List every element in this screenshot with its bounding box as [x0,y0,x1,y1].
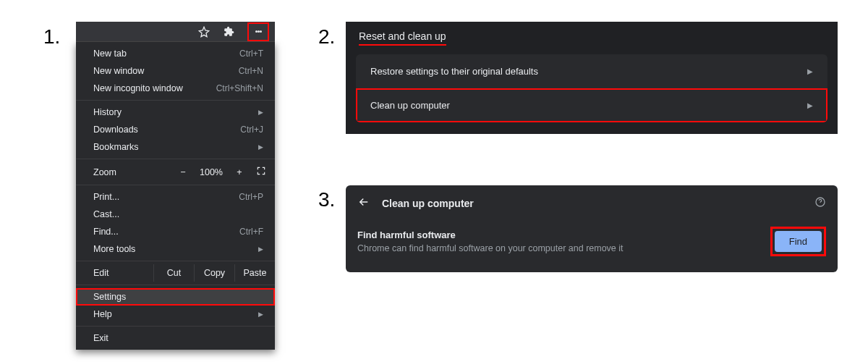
kebab-menu-highlight [247,22,269,41]
chevron-right-icon: ▶ [258,109,263,116]
menu-label: Help [93,309,112,319]
step-1-label: 1. [43,25,60,49]
row-label: Clean up computer [370,100,450,111]
back-arrow-icon[interactable] [357,195,370,211]
cleanup-text: Find harmful software Chrome can find ha… [357,230,624,253]
copy-button[interactable]: Copy [194,264,234,282]
cleanup-computer-panel: Clean up computer Find harmful software … [346,185,838,272]
panel-body: Find harmful software Chrome can find ha… [346,221,838,272]
menu-label: Bookmarks [93,142,139,152]
find-harmful-desc: Chrome can find harmful software on your… [357,243,624,253]
chrome-main-menu: New tab Ctrl+T New window Ctrl+N New inc… [76,42,275,350]
menu-shortcut: Ctrl+Shift+N [216,83,263,93]
menu-shortcut: Ctrl+P [239,192,263,202]
menu-item-zoom: Zoom − 100% + [76,162,275,182]
menu-label: New incognito window [93,83,183,93]
kebab-menu-icon[interactable] [252,26,264,38]
menu-item-history[interactable]: History ▶ [76,104,275,121]
row-restore-defaults[interactable]: Restore settings to their original defau… [356,54,827,88]
menu-label: Settings [93,292,126,302]
row-clean-up-computer[interactable]: Clean up computer ▶ [356,88,827,122]
menu-label: Downloads [93,125,138,135]
paste-button[interactable]: Paste [234,264,275,282]
menu-item-new-window[interactable]: New window Ctrl+N [76,62,275,80]
menu-item-new-tab[interactable]: New tab Ctrl+T [76,45,275,62]
panel-title: Clean up computer [382,198,474,209]
menu-item-exit[interactable]: Exit [76,329,275,347]
menu-item-incognito[interactable]: New incognito window Ctrl+Shift+N [76,80,275,97]
bookmark-star-icon[interactable] [198,26,210,38]
menu-item-help[interactable]: Help ▶ [76,306,275,323]
find-button-highlight: Find [770,227,826,256]
section-title: Reset and clean up [359,30,446,46]
cut-button[interactable]: Cut [153,264,194,282]
step-2-label: 2. [318,25,335,49]
find-button[interactable]: Find [775,231,822,252]
chevron-right-icon: ▶ [258,311,263,318]
menu-item-more-tools[interactable]: More tools ▶ [76,240,275,258]
zoom-value: 100% [200,167,223,177]
menu-item-bookmarks[interactable]: Bookmarks ▶ [76,138,275,156]
menu-label: Cast... [93,209,119,219]
zoom-in-button[interactable]: + [234,167,244,177]
chrome-menu-panel: New tab Ctrl+T New window Ctrl+N New inc… [76,22,275,350]
menu-item-find[interactable]: Find... Ctrl+F [76,223,275,240]
fullscreen-icon[interactable] [256,166,266,178]
row-label: Restore settings to their original defau… [370,66,538,77]
edit-label: Edit [76,264,153,282]
chevron-right-icon: ▶ [807,101,813,109]
chevron-right-icon: ▶ [258,143,263,151]
menu-label: History [93,107,122,117]
settings-card: Restore settings to their original defau… [356,54,827,122]
help-icon[interactable] [814,196,826,210]
menu-shortcut: Ctrl+F [239,227,263,237]
menu-shortcut: Ctrl+N [239,66,263,76]
menu-label: New window [93,66,144,76]
step-3-label: 3. [318,188,335,211]
menu-shortcut: Ctrl+J [240,125,263,135]
chevron-right-icon: ▶ [258,245,263,253]
menu-label: Find... [93,227,119,237]
chevron-right-icon: ▶ [807,67,813,75]
find-harmful-heading: Find harmful software [357,230,624,240]
zoom-label: Zoom [93,167,116,177]
panel-header: Clean up computer [346,185,838,221]
menu-item-downloads[interactable]: Downloads Ctrl+J [76,121,275,138]
menu-item-edit-row: Edit Cut Copy Paste [76,264,275,282]
browser-toolbar [76,22,275,42]
menu-item-print[interactable]: Print... Ctrl+P [76,188,275,206]
menu-item-cast[interactable]: Cast... [76,206,275,223]
menu-label: Print... [93,192,119,202]
menu-shortcut: Ctrl+T [239,49,263,59]
menu-label: Exit [93,333,109,343]
menu-item-settings[interactable]: Settings [76,288,275,306]
menu-label: More tools [93,244,135,254]
extensions-icon[interactable] [223,26,234,38]
reset-cleanup-section: Reset and clean up Restore settings to t… [346,22,838,134]
zoom-out-button[interactable]: − [178,167,188,177]
menu-label: New tab [93,49,127,59]
